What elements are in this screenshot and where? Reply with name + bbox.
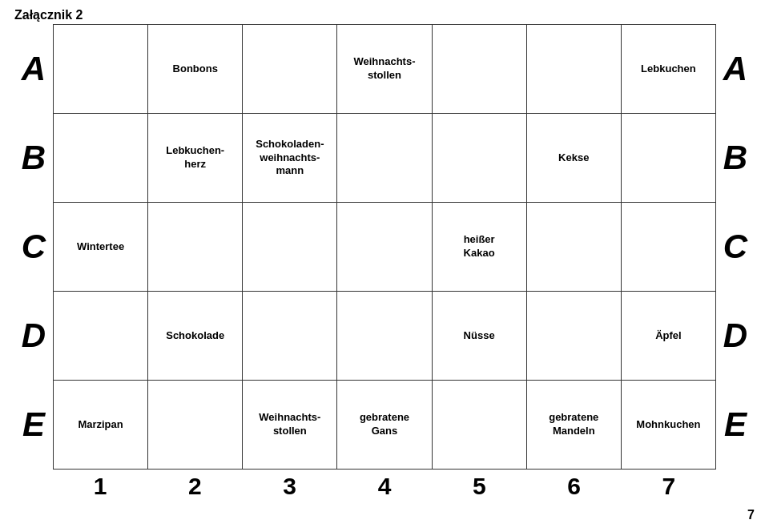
grid-area: ABCDE BonbonsWeihnachts-stollenLebkuchen…	[14, 24, 755, 470]
row-labels-left: ABCDE	[14, 24, 53, 470]
table-row: WinterteeheißerKakao	[54, 203, 716, 292]
cell-c-5: heißerKakao	[432, 203, 526, 292]
cell-d-7: Äpfel	[621, 292, 715, 381]
cell-a-1	[54, 25, 148, 114]
cell-c-7	[621, 203, 715, 292]
cell-b-7	[621, 114, 715, 203]
cell-a-2: Bonbons	[148, 25, 243, 114]
cell-b-6: Kekse	[526, 114, 621, 203]
cell-c-4	[337, 203, 432, 292]
cell-b-5	[432, 114, 526, 203]
main-container: ABCDE BonbonsWeihnachts-stollenLebkuchen…	[14, 24, 755, 500]
row-label-d: D	[14, 292, 53, 381]
cell-d-3	[243, 292, 337, 381]
col-number-4: 4	[337, 473, 432, 500]
cell-c-1: Wintertee	[54, 203, 148, 292]
table-row: SchokoladeNüsseÄpfel	[54, 292, 716, 381]
cell-c-3	[243, 203, 337, 292]
cell-b-4	[337, 114, 432, 203]
cell-c-2	[148, 203, 243, 292]
col-number-5: 5	[432, 473, 526, 500]
cell-e-4: gebrateneGans	[337, 381, 432, 470]
table-row: BonbonsWeihnachts-stollenLebkuchen	[54, 25, 716, 114]
cell-a-6	[526, 25, 621, 114]
col-number-7: 7	[622, 473, 716, 500]
col-number-3: 3	[243, 473, 337, 500]
table-row: MarzipanWeihnachts-stollengebrateneGansg…	[54, 381, 716, 470]
cell-e-6: gebrateneMandeln	[526, 381, 621, 470]
col-numbers-row: 1234567	[14, 473, 755, 500]
table-row: Lebkuchen-herzSchokoladen-weihnachts-man…	[54, 114, 716, 203]
col-number-6: 6	[526, 473, 621, 500]
row-label-b: B	[14, 113, 53, 202]
cell-b-1	[54, 114, 148, 203]
row-label-right-a: A	[716, 24, 755, 113]
cell-e-2	[148, 381, 243, 470]
cell-d-2: Schokolade	[148, 292, 243, 381]
row-labels-right: ABCDE	[716, 24, 755, 470]
row-label-a: A	[14, 24, 53, 113]
title: Załącznik 2	[14, 8, 83, 22]
cell-b-3: Schokoladen-weihnachts-mann	[243, 114, 337, 203]
cell-e-3: Weihnachts-stollen	[243, 381, 337, 470]
cell-e-1: Marzipan	[54, 381, 148, 470]
cell-d-1	[54, 292, 148, 381]
row-label-right-e: E	[716, 381, 755, 470]
cell-d-6	[526, 292, 621, 381]
bingo-table: BonbonsWeihnachts-stollenLebkuchenLebkuc…	[53, 24, 716, 470]
page-number: 7	[747, 508, 755, 522]
col-numbers: 1234567	[53, 473, 716, 500]
cell-e-7: Mohnkuchen	[621, 381, 715, 470]
cell-e-5	[432, 381, 526, 470]
grid-table-wrapper: BonbonsWeihnachts-stollenLebkuchenLebkuc…	[53, 24, 716, 470]
col-number-1: 1	[53, 473, 147, 500]
cell-b-2: Lebkuchen-herz	[148, 114, 243, 203]
cell-d-4	[337, 292, 432, 381]
cell-a-7: Lebkuchen	[621, 25, 715, 114]
row-label-right-b: B	[716, 113, 755, 202]
cell-a-4: Weihnachts-stollen	[337, 25, 432, 114]
cell-a-5	[432, 25, 526, 114]
row-label-c: C	[14, 202, 53, 291]
row-label-right-d: D	[716, 292, 755, 381]
cell-d-5: Nüsse	[432, 292, 526, 381]
row-label-right-c: C	[716, 202, 755, 291]
cell-a-3	[243, 25, 337, 114]
cell-c-6	[526, 203, 621, 292]
col-number-2: 2	[147, 473, 242, 500]
row-label-e: E	[14, 381, 53, 470]
